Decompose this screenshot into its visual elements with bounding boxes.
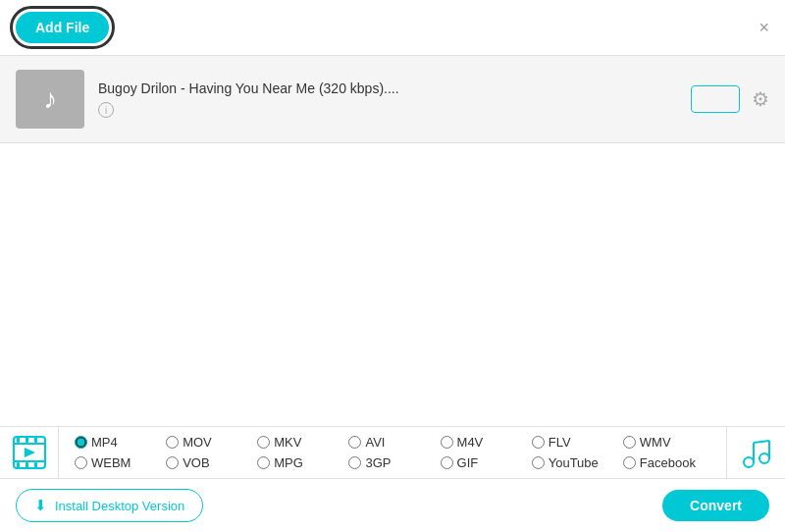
install-label: Install Desktop Version	[55, 499, 184, 513]
convert-button[interactable]: Convert	[662, 490, 769, 521]
format-radio-mov[interactable]	[166, 436, 179, 449]
format-label-webm: WEBM	[91, 455, 131, 470]
preview-box[interactable]	[691, 85, 740, 113]
middle-area	[0, 143, 785, 426]
format-radio-webm[interactable]	[75, 456, 87, 469]
format-label-gif: GIF	[457, 455, 479, 470]
formats-grid: MP4 MOV MKV AVI M4V	[59, 427, 726, 478]
gear-icon[interactable]: ⚙	[752, 87, 769, 111]
file-controls: ⚙	[691, 85, 769, 113]
file-name: Bugoy Drilon - Having You Near Me (320 k…	[98, 80, 691, 96]
format-label-facebook: Facebook	[640, 455, 696, 470]
format-option-avi[interactable]: AVI	[348, 435, 436, 450]
action-bar: ⬇ Install Desktop Version Convert	[0, 478, 785, 532]
format-label-mov: MOV	[183, 435, 212, 450]
add-file-button[interactable]: Add File	[16, 12, 109, 43]
format-radio-gif[interactable]	[441, 456, 453, 469]
svg-rect-5	[34, 437, 37, 443]
file-item: ♪ Bugoy Drilon - Having You Near Me (320…	[16, 64, 769, 134]
format-option-youtube[interactable]: YouTube	[532, 455, 619, 470]
svg-rect-1	[14, 443, 45, 445]
svg-rect-6	[17, 462, 20, 468]
format-option-webm[interactable]: WEBM	[75, 455, 162, 470]
format-option-gif[interactable]: GIF	[441, 455, 528, 470]
file-thumbnail: ♪	[16, 70, 84, 129]
format-radio-mkv[interactable]	[257, 436, 270, 449]
format-label-3gp: 3GP	[365, 455, 391, 470]
file-info: Bugoy Drilon - Having You Near Me (320 k…	[98, 80, 691, 119]
svg-rect-7	[26, 462, 28, 468]
format-radio-flv[interactable]	[532, 436, 545, 449]
format-bar-inner: MP4 MOV MKV AVI M4V	[0, 427, 785, 478]
format-option-wmv[interactable]: WMV	[623, 435, 710, 450]
svg-point-11	[759, 453, 769, 463]
format-radio-vob[interactable]	[166, 456, 179, 469]
download-icon: ⬇	[34, 497, 47, 514]
format-label-avi: AVI	[365, 435, 385, 450]
format-label-mkv: MKV	[274, 435, 301, 450]
svg-marker-9	[25, 448, 35, 457]
format-option-mkv[interactable]: MKV	[257, 435, 344, 450]
close-button[interactable]: ×	[759, 18, 769, 38]
format-radio-mpg[interactable]	[257, 456, 270, 469]
format-option-facebook[interactable]: Facebook	[623, 455, 710, 470]
svg-rect-4	[26, 437, 28, 443]
format-option-m4v[interactable]: M4V	[441, 435, 528, 450]
svg-rect-2	[14, 460, 45, 462]
format-label-vob: VOB	[183, 455, 209, 470]
svg-line-14	[754, 441, 769, 443]
format-label-wmv: WMV	[640, 435, 671, 450]
format-option-mpg[interactable]: MPG	[257, 455, 344, 470]
format-radio-mp4[interactable]	[75, 436, 87, 449]
format-label-mp4: MP4	[91, 435, 118, 450]
format-radio-facebook[interactable]	[623, 456, 636, 469]
format-radio-3gp[interactable]	[348, 456, 361, 469]
app-window: Add File × ♪ Bugoy Drilon - Having You N…	[0, 0, 785, 532]
format-label-youtube: YouTube	[549, 455, 599, 470]
format-label-flv: FLV	[549, 435, 571, 450]
format-radio-m4v[interactable]	[441, 436, 453, 449]
svg-point-10	[744, 457, 754, 467]
format-label-mpg: MPG	[274, 455, 303, 470]
music-note-icon: ♪	[43, 83, 57, 115]
install-desktop-button[interactable]: ⬇ Install Desktop Version	[16, 489, 203, 522]
format-radio-avi[interactable]	[348, 436, 361, 449]
film-icon	[12, 435, 47, 470]
format-option-mp4[interactable]: MP4	[75, 435, 162, 450]
top-bar: Add File ×	[0, 0, 785, 56]
format-radio-wmv[interactable]	[623, 436, 636, 449]
format-option-vob[interactable]: VOB	[166, 455, 253, 470]
film-icon-box	[0, 427, 59, 478]
music-icon-box[interactable]	[726, 427, 785, 478]
music-icon	[739, 435, 774, 470]
info-icon[interactable]: i	[98, 102, 114, 118]
file-list: ♪ Bugoy Drilon - Having You Near Me (320…	[0, 56, 785, 143]
format-option-mov[interactable]: MOV	[166, 435, 253, 450]
svg-rect-3	[17, 437, 20, 443]
format-bar: MP4 MOV MKV AVI M4V	[0, 426, 785, 478]
format-option-3gp[interactable]: 3GP	[348, 455, 436, 470]
format-radio-youtube[interactable]	[532, 456, 545, 469]
format-option-flv[interactable]: FLV	[532, 435, 619, 450]
svg-rect-8	[34, 462, 37, 468]
format-label-m4v: M4V	[457, 435, 484, 450]
